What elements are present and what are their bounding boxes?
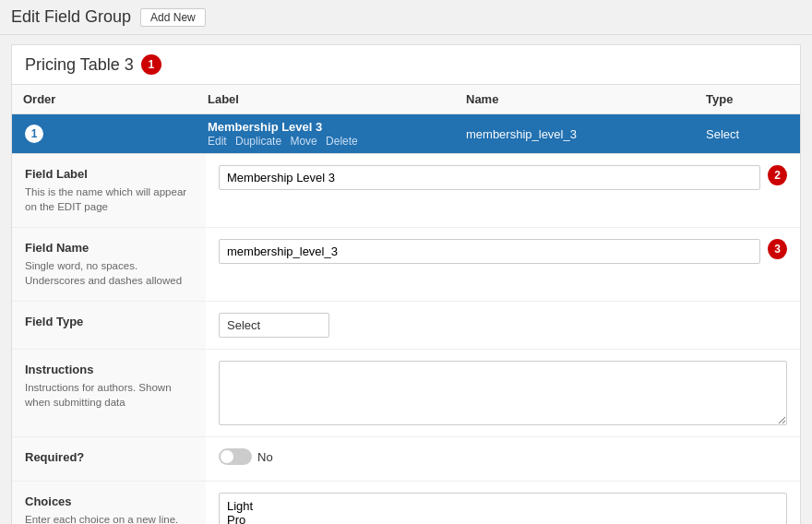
instructions-input-col — [206, 350, 800, 436]
field-type-title: Field Type — [25, 315, 193, 328]
row-label-cell: Membership Level 3 Edit Duplicate Move D… — [197, 114, 455, 154]
col-name-header: Name — [455, 85, 695, 114]
group-title-bar: Pricing Table 3 1 — [12, 45, 800, 85]
required-row: Required? No — [12, 437, 800, 482]
edit-action[interactable]: Edit — [208, 135, 227, 148]
field-label-col: Field Label This is the name which will … — [12, 154, 206, 227]
field-name-row: Field Name Single word, no spaces. Under… — [12, 228, 800, 302]
choices-title: Choices — [25, 494, 193, 508]
delete-action[interactable]: Delete — [326, 135, 358, 148]
instructions-title: Instructions — [25, 363, 193, 376]
required-col: Required? — [12, 437, 206, 481]
fields-table: Order Label Name Type 1 Membership Level… — [12, 85, 800, 153]
main-container: Pricing Table 3 1 Order Label Name Type … — [11, 44, 801, 524]
required-input-col: No — [206, 437, 800, 481]
field-name-input[interactable] — [219, 239, 760, 264]
field-name-badge: 3 — [768, 239, 787, 259]
instructions-col: Instructions Instructions for authors. S… — [12, 350, 206, 436]
page-header: Edit Field Group Add New — [0, 0, 812, 35]
field-type-input-col: Select — [206, 302, 800, 349]
required-toggle-label: No — [257, 450, 273, 464]
field-name-title: Field Name — [25, 241, 193, 255]
required-toggle-track[interactable] — [219, 448, 252, 465]
instructions-row: Instructions Instructions for authors. S… — [12, 350, 800, 437]
field-label-desc: This is the name which will appear on th… — [25, 185, 193, 214]
field-type-col: Field Type — [12, 302, 206, 349]
choices-row: Choices Enter each choice on a new line.… — [12, 482, 800, 524]
row-name-cell: membership_level_3 — [455, 114, 695, 154]
col-label-header: Label — [197, 85, 455, 114]
page-title: Edit Field Group — [11, 7, 131, 27]
field-label-title: Field Label — [25, 167, 193, 181]
field-name-desc: Single word, no spaces. Underscores and … — [25, 258, 193, 288]
group-badge: 1 — [141, 54, 161, 75]
required-title: Required? — [25, 450, 193, 464]
duplicate-action[interactable]: Duplicate — [235, 135, 281, 148]
field-name-input-col: 3 — [206, 228, 800, 301]
detail-panel: Field Label This is the name which will … — [12, 153, 800, 524]
order-circle: 1 — [23, 123, 45, 145]
row-order-cell: 1 — [12, 114, 197, 154]
field-label-input-col: 2 — [206, 154, 800, 227]
field-label-badge: 2 — [768, 165, 787, 185]
add-new-button[interactable]: Add New — [140, 8, 206, 27]
field-name-col: Field Name Single word, no spaces. Under… — [12, 228, 206, 301]
field-type-display[interactable]: Select — [219, 313, 329, 338]
choices-desc: Enter each choice on a new line. — [25, 512, 193, 524]
required-toggle: No — [219, 448, 273, 465]
table-header-row: Order Label Name Type — [12, 85, 800, 114]
row-field-label: Membership Level 3 — [208, 120, 444, 134]
field-type-row: Field Type Select — [12, 302, 800, 350]
field-label-row: Field Label This is the name which will … — [12, 154, 800, 228]
choices-input-col: Light Pro Standard — [206, 482, 800, 524]
col-order-header: Order — [12, 85, 197, 114]
move-action[interactable]: Move — [290, 135, 316, 148]
col-type-header: Type — [695, 85, 800, 114]
row-type-cell: Select — [695, 114, 800, 154]
instructions-desc: Instructions for authors. Shown when sub… — [25, 380, 193, 410]
required-toggle-thumb — [221, 450, 233, 463]
group-title: Pricing Table 3 — [25, 55, 134, 75]
table-row[interactable]: 1 Membership Level 3 Edit Duplicate Move… — [12, 114, 800, 154]
row-actions: Edit Duplicate Move Delete — [208, 135, 364, 148]
instructions-textarea[interactable] — [219, 361, 787, 425]
field-label-input[interactable] — [219, 165, 760, 190]
choices-textarea[interactable]: Light Pro Standard — [219, 493, 787, 524]
choices-col: Choices Enter each choice on a new line.… — [12, 482, 206, 524]
